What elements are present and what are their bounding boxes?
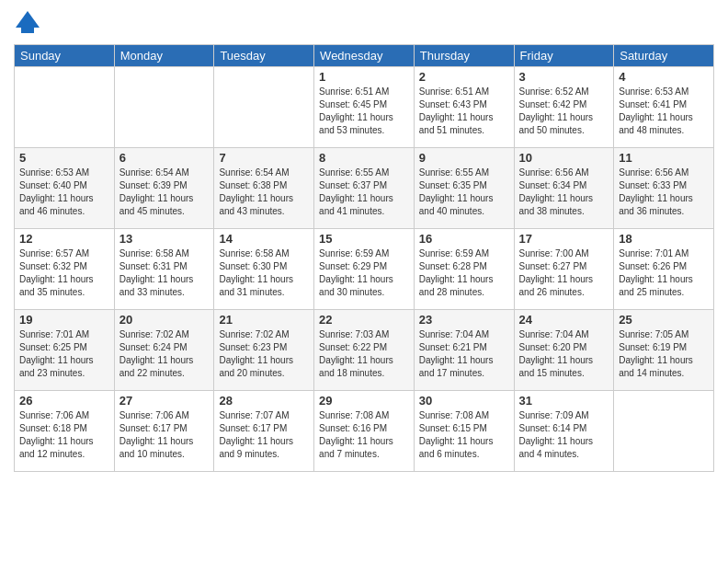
day-number: 6	[119, 151, 210, 165]
calendar-week-row: 26Sunrise: 7:06 AM Sunset: 6:18 PM Dayli…	[15, 391, 714, 472]
calendar-cell: 21Sunrise: 7:02 AM Sunset: 6:23 PM Dayli…	[214, 310, 314, 391]
calendar-cell: 8Sunrise: 6:55 AM Sunset: 6:37 PM Daylig…	[314, 148, 415, 229]
day-info: Sunrise: 7:07 AM Sunset: 6:17 PM Dayligh…	[219, 409, 309, 461]
day-info: Sunrise: 6:51 AM Sunset: 6:43 PM Dayligh…	[419, 86, 509, 137]
calendar-cell: 31Sunrise: 7:09 AM Sunset: 6:14 PM Dayli…	[514, 391, 614, 472]
svg-marker-0	[16, 11, 40, 28]
day-number: 8	[319, 151, 409, 165]
calendar-cell: 20Sunrise: 7:02 AM Sunset: 6:24 PM Dayli…	[114, 310, 214, 391]
calendar-cell: 25Sunrise: 7:05 AM Sunset: 6:19 PM Dayli…	[614, 310, 714, 391]
calendar-cell: 19Sunrise: 7:01 AM Sunset: 6:25 PM Dayli…	[15, 310, 115, 391]
day-number: 16	[419, 232, 509, 246]
day-number: 25	[619, 313, 709, 327]
day-number: 17	[519, 232, 609, 246]
calendar-cell: 22Sunrise: 7:03 AM Sunset: 6:22 PM Dayli…	[314, 310, 415, 391]
day-info: Sunrise: 7:06 AM Sunset: 6:17 PM Dayligh…	[119, 409, 210, 461]
calendar-cell: 14Sunrise: 6:58 AM Sunset: 6:30 PM Dayli…	[214, 229, 314, 310]
calendar-cell: 1Sunrise: 6:51 AM Sunset: 6:45 PM Daylig…	[314, 67, 415, 148]
day-info: Sunrise: 6:57 AM Sunset: 6:32 PM Dayligh…	[19, 247, 109, 299]
day-info: Sunrise: 6:52 AM Sunset: 6:42 PM Dayligh…	[519, 86, 609, 137]
calendar-cell: 7Sunrise: 6:54 AM Sunset: 6:38 PM Daylig…	[214, 148, 314, 229]
day-number: 2	[419, 70, 509, 84]
day-number: 30	[419, 394, 509, 408]
day-info: Sunrise: 7:01 AM Sunset: 6:26 PM Dayligh…	[619, 247, 709, 299]
day-number: 21	[219, 313, 309, 327]
weekday-header: Sunday	[15, 45, 115, 67]
day-info: Sunrise: 7:06 AM Sunset: 6:18 PM Dayligh…	[19, 409, 109, 461]
day-info: Sunrise: 6:51 AM Sunset: 6:45 PM Dayligh…	[319, 86, 409, 137]
day-number: 12	[19, 232, 109, 246]
weekday-header: Thursday	[414, 45, 514, 67]
header	[14, 9, 714, 37]
day-info: Sunrise: 6:59 AM Sunset: 6:28 PM Dayligh…	[419, 247, 509, 299]
day-info: Sunrise: 7:04 AM Sunset: 6:21 PM Dayligh…	[419, 328, 509, 380]
calendar-cell: 30Sunrise: 7:08 AM Sunset: 6:15 PM Dayli…	[414, 391, 514, 472]
calendar-cell	[15, 67, 115, 148]
day-number: 7	[219, 151, 309, 165]
calendar-cell: 5Sunrise: 6:53 AM Sunset: 6:40 PM Daylig…	[15, 148, 115, 229]
day-number: 27	[119, 394, 210, 408]
calendar-cell: 27Sunrise: 7:06 AM Sunset: 6:17 PM Dayli…	[114, 391, 214, 472]
day-info: Sunrise: 7:09 AM Sunset: 6:14 PM Dayligh…	[519, 409, 609, 461]
calendar-week-row: 19Sunrise: 7:01 AM Sunset: 6:25 PM Dayli…	[15, 310, 714, 391]
calendar-week-row: 12Sunrise: 6:57 AM Sunset: 6:32 PM Dayli…	[15, 229, 714, 310]
calendar-cell	[214, 67, 314, 148]
day-info: Sunrise: 7:00 AM Sunset: 6:27 PM Dayligh…	[519, 247, 609, 299]
calendar-cell: 17Sunrise: 7:00 AM Sunset: 6:27 PM Dayli…	[514, 229, 614, 310]
calendar-week-row: 1Sunrise: 6:51 AM Sunset: 6:45 PM Daylig…	[15, 67, 714, 148]
day-info: Sunrise: 6:59 AM Sunset: 6:29 PM Dayligh…	[319, 247, 409, 299]
calendar-cell	[114, 67, 214, 148]
day-info: Sunrise: 6:53 AM Sunset: 6:41 PM Dayligh…	[619, 86, 709, 137]
day-number: 19	[19, 313, 109, 327]
calendar-cell: 13Sunrise: 6:58 AM Sunset: 6:31 PM Dayli…	[114, 229, 214, 310]
weekday-header: Friday	[514, 45, 614, 67]
calendar-cell: 28Sunrise: 7:07 AM Sunset: 6:17 PM Dayli…	[214, 391, 314, 472]
day-info: Sunrise: 6:56 AM Sunset: 6:33 PM Dayligh…	[619, 167, 709, 218]
day-info: Sunrise: 7:05 AM Sunset: 6:19 PM Dayligh…	[619, 328, 709, 380]
calendar-cell	[614, 391, 714, 472]
day-number: 18	[619, 232, 709, 246]
svg-rect-1	[21, 28, 34, 33]
calendar-cell: 2Sunrise: 6:51 AM Sunset: 6:43 PM Daylig…	[414, 67, 514, 148]
day-info: Sunrise: 6:58 AM Sunset: 6:31 PM Dayligh…	[119, 247, 210, 299]
day-number: 1	[319, 70, 409, 84]
day-info: Sunrise: 7:08 AM Sunset: 6:15 PM Dayligh…	[419, 409, 509, 461]
day-info: Sunrise: 6:53 AM Sunset: 6:40 PM Dayligh…	[19, 167, 109, 218]
day-number: 15	[319, 232, 409, 246]
day-number: 14	[219, 232, 309, 246]
calendar-cell: 9Sunrise: 6:55 AM Sunset: 6:35 PM Daylig…	[414, 148, 514, 229]
day-number: 23	[419, 313, 509, 327]
calendar-cell: 12Sunrise: 6:57 AM Sunset: 6:32 PM Dayli…	[15, 229, 115, 310]
calendar-cell: 29Sunrise: 7:08 AM Sunset: 6:16 PM Dayli…	[314, 391, 415, 472]
logo-icon	[14, 9, 41, 37]
calendar-cell: 6Sunrise: 6:54 AM Sunset: 6:39 PM Daylig…	[114, 148, 214, 229]
calendar-cell: 24Sunrise: 7:04 AM Sunset: 6:20 PM Dayli…	[514, 310, 614, 391]
day-info: Sunrise: 6:58 AM Sunset: 6:30 PM Dayligh…	[219, 247, 309, 299]
calendar-header-row: SundayMondayTuesdayWednesdayThursdayFrid…	[15, 45, 714, 67]
day-number: 13	[119, 232, 210, 246]
weekday-header: Saturday	[614, 45, 714, 67]
calendar-cell: 23Sunrise: 7:04 AM Sunset: 6:21 PM Dayli…	[414, 310, 514, 391]
weekday-header: Monday	[114, 45, 214, 67]
day-number: 22	[319, 313, 409, 327]
calendar-cell: 10Sunrise: 6:56 AM Sunset: 6:34 PM Dayli…	[514, 148, 614, 229]
day-number: 10	[519, 151, 609, 165]
day-number: 11	[619, 151, 709, 165]
day-info: Sunrise: 6:54 AM Sunset: 6:38 PM Dayligh…	[219, 167, 309, 218]
day-number: 24	[519, 313, 609, 327]
day-info: Sunrise: 7:03 AM Sunset: 6:22 PM Dayligh…	[319, 328, 409, 380]
calendar-cell: 16Sunrise: 6:59 AM Sunset: 6:28 PM Dayli…	[414, 229, 514, 310]
day-info: Sunrise: 6:54 AM Sunset: 6:39 PM Dayligh…	[119, 167, 210, 218]
day-info: Sunrise: 6:55 AM Sunset: 6:37 PM Dayligh…	[319, 167, 409, 218]
day-number: 26	[19, 394, 109, 408]
calendar-table: SundayMondayTuesdayWednesdayThursdayFrid…	[14, 44, 714, 472]
calendar-week-row: 5Sunrise: 6:53 AM Sunset: 6:40 PM Daylig…	[15, 148, 714, 229]
day-info: Sunrise: 6:56 AM Sunset: 6:34 PM Dayligh…	[519, 167, 609, 218]
day-info: Sunrise: 7:01 AM Sunset: 6:25 PM Dayligh…	[19, 328, 109, 380]
calendar-cell: 15Sunrise: 6:59 AM Sunset: 6:29 PM Dayli…	[314, 229, 415, 310]
day-number: 29	[319, 394, 409, 408]
day-info: Sunrise: 6:55 AM Sunset: 6:35 PM Dayligh…	[419, 167, 509, 218]
calendar-cell: 3Sunrise: 6:52 AM Sunset: 6:42 PM Daylig…	[514, 67, 614, 148]
calendar-cell: 4Sunrise: 6:53 AM Sunset: 6:41 PM Daylig…	[614, 67, 714, 148]
weekday-header: Tuesday	[214, 45, 314, 67]
